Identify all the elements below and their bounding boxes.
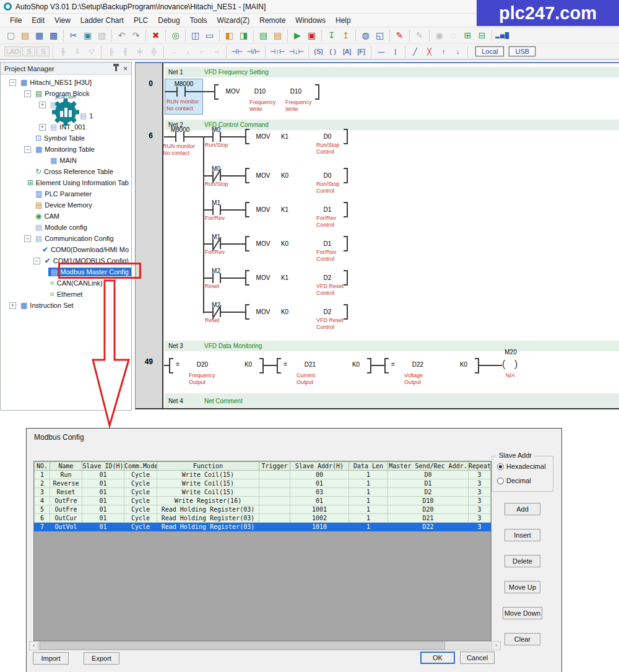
project-window-icon[interactable]: ◧ <box>223 29 236 41</box>
insert-row-icon[interactable]: ⇓ <box>71 45 84 58</box>
ladder-editor[interactable]: Net 1 VFD Frequency Setting 0 M8000 RUN … <box>135 62 619 410</box>
tree-item-content[interactable]: ✔COM0(Download/HMI Mo <box>40 245 131 254</box>
output-window-icon[interactable]: ◨ <box>237 29 250 41</box>
nc-contact-icon[interactable]: ⊣/⊢ <box>246 45 262 58</box>
decimal-radio[interactable]: Decimal <box>497 477 531 484</box>
delete-button[interactable]: Delete <box>504 555 540 567</box>
menu-tools[interactable]: Tools <box>185 15 212 26</box>
tree-expand-toggle[interactable]: − <box>33 258 40 264</box>
wire-corner-up-icon[interactable]: ¬ <box>210 45 223 58</box>
delete-icon[interactable]: ✖ <box>149 29 162 41</box>
tree-item-content[interactable]: ▦Hitachi_NES1 [H3U] <box>18 78 94 87</box>
function-instruction-icon[interactable]: [F] <box>355 45 368 58</box>
modbus-table-row[interactable]: 3Reset01CycleWrite Coil(15)031D23 <box>35 488 491 497</box>
force-off-icon[interactable]: ◌ <box>447 29 460 41</box>
tree-item-content[interactable]: ▦Instruction Set <box>18 301 76 310</box>
v-line-icon[interactable]: | <box>389 45 402 58</box>
print-preview-icon[interactable]: ◫ <box>189 29 202 41</box>
monitor-table-icon[interactable]: ◱ <box>373 29 386 41</box>
line-down-icon[interactable]: ↓ <box>451 45 464 58</box>
paste-icon[interactable]: ▧ <box>95 29 108 41</box>
tree-expand-toggle[interactable]: − <box>24 146 31 153</box>
menu-help[interactable]: Help <box>331 15 356 26</box>
tree-expand-toggle[interactable]: + <box>39 124 46 131</box>
tree-item-plc-parameter[interactable]: ▥PLC Parameter <box>1 188 131 199</box>
net4-header[interactable]: Net 4 Net Comment <box>165 393 619 408</box>
sfc-mode-button[interactable]: S <box>22 46 35 56</box>
scrollbar-thumb[interactable] <box>40 642 445 650</box>
edit-monitor-icon[interactable]: ✎ <box>393 29 406 41</box>
tree-item-com0-port[interactable]: ✔COM0(Download/HMI Mo <box>1 244 131 255</box>
menu-plc[interactable]: PLC <box>129 15 153 26</box>
modbus-table-row[interactable]: 2Reverse01CycleWrite Coil(15)011D13 <box>35 479 491 488</box>
element-read-icon[interactable]: ⊞ <box>461 29 474 41</box>
menu-file[interactable]: File <box>5 15 27 26</box>
scroll-right-icon[interactable]: › <box>491 642 500 650</box>
wire-corner-down-icon[interactable]: ⌐ <box>196 45 209 58</box>
save-all-icon[interactable]: ▩ <box>47 29 60 41</box>
tree-item-cam[interactable]: ◉CAM <box>1 211 131 222</box>
tree-item-content[interactable]: ⌗Ethernet <box>48 290 85 299</box>
net3-header[interactable]: Net 3 VFD Data Monitoring <box>165 341 619 351</box>
cut-icon[interactable]: ✂ <box>67 29 80 41</box>
net2-header[interactable]: Net 2 VFD Control Command <box>165 120 619 130</box>
scrollbar-track[interactable] <box>38 642 491 650</box>
run-icon[interactable]: ▶ <box>291 29 304 41</box>
cancel-button[interactable]: Cancel <box>460 652 495 664</box>
modbus-table-row[interactable]: 5OutFre01CycleRead Holding Register(03)1… <box>35 505 491 514</box>
tree-item-cross-reference-table[interactable]: ↻Cross Reference Table <box>1 166 131 177</box>
out-coil-icon[interactable]: ( ) <box>326 45 339 58</box>
wire-down-icon[interactable]: ↓ <box>181 45 194 58</box>
modbus-table-row[interactable]: 1Run01CycleWrite Coil(15)001D03 <box>35 471 491 479</box>
scroll-left-icon[interactable]: ‹ <box>30 642 38 650</box>
tree-item-symbol-table[interactable]: ⊡Symbol Table <box>1 133 131 144</box>
usb-connection-button[interactable]: USB <box>509 46 535 56</box>
download-icon[interactable]: ↧ <box>325 29 338 41</box>
lad-mode-button[interactable]: LAD <box>4 46 21 56</box>
tree-item-content[interactable]: ▦MAIN <box>48 156 79 165</box>
tree-item-element-using-information-table[interactable]: ⊞Element Using Information Tab <box>1 177 131 188</box>
instruction-list-icon[interactable]: ▤ <box>257 29 270 41</box>
menu-ladder-chart[interactable]: Ladder Chart <box>76 15 129 26</box>
rising-contact-icon[interactable]: ⊣↑⊢ <box>269 45 287 58</box>
tree-item-monitoring-main[interactable]: ▦MAIN <box>1 155 131 166</box>
tree-item-monitoring-table[interactable]: −▦Monitoring Table <box>1 144 131 155</box>
app-instruction-icon[interactable]: [A] <box>340 45 353 58</box>
ok-button[interactable]: OK <box>420 652 455 664</box>
redo-icon[interactable]: ↷ <box>129 29 142 41</box>
print-icon[interactable]: ▭ <box>203 29 216 41</box>
element-write-icon[interactable]: ⊟ <box>475 29 488 41</box>
tree-item-content[interactable]: ↻Cross Reference Table <box>33 167 116 176</box>
upload-icon[interactable]: ↥ <box>339 29 352 41</box>
tree-expand-toggle[interactable]: − <box>9 79 16 86</box>
tree-expand-toggle[interactable]: + <box>39 102 46 108</box>
h-line-icon[interactable]: — <box>374 45 387 58</box>
stl-mode-button[interactable]: S <box>37 46 50 56</box>
radio-dot-icon[interactable] <box>497 463 504 470</box>
modbus-table-row[interactable]: 4OutFre01CycleWrite Register(16)011D103 <box>35 497 491 505</box>
monitor-icon[interactable]: ◍ <box>359 29 372 41</box>
tree-expand-toggle[interactable]: − <box>24 90 31 97</box>
set-coil-icon[interactable]: (S) <box>312 45 325 58</box>
falling-contact-icon[interactable]: ⊣↓⊢ <box>287 45 305 58</box>
delete-branch-icon[interactable]: ╢ <box>119 45 132 58</box>
tree-item-module-config[interactable]: ▤Module config <box>1 222 131 233</box>
menu-debug[interactable]: Debug <box>153 15 184 26</box>
tree-item-content[interactable]: ◉CAM <box>33 212 62 220</box>
tree-item-content[interactable]: ▤Communication Config <box>33 234 116 243</box>
move-up-button[interactable]: Move Up <box>504 581 540 593</box>
menu-edit[interactable]: Edit <box>27 15 50 26</box>
horizontal-scrollbar[interactable]: ‹ › <box>29 641 501 650</box>
open-file-icon[interactable]: ▤ <box>19 29 32 41</box>
line-up-icon[interactable]: ↑ <box>437 45 450 58</box>
delete-net-icon[interactable]: ╬ <box>147 45 160 58</box>
tree-item-communication-config[interactable]: −▤Communication Config <box>1 233 131 244</box>
wire-right-icon[interactable]: → <box>167 45 180 58</box>
modbus-table-row[interactable]: 7OutVol01CycleRead Holding Register(03)1… <box>35 523 491 531</box>
insert-button[interactable]: Insert <box>504 529 540 541</box>
move-down-button[interactable]: Move Down <box>503 607 542 619</box>
hexadecimal-radio[interactable]: Hexadecimal <box>497 463 546 470</box>
slash-line-icon[interactable]: ╱ <box>409 45 422 58</box>
menu-view[interactable]: View <box>50 15 76 26</box>
tree-item-content[interactable]: ▤Device Memory <box>33 201 95 209</box>
